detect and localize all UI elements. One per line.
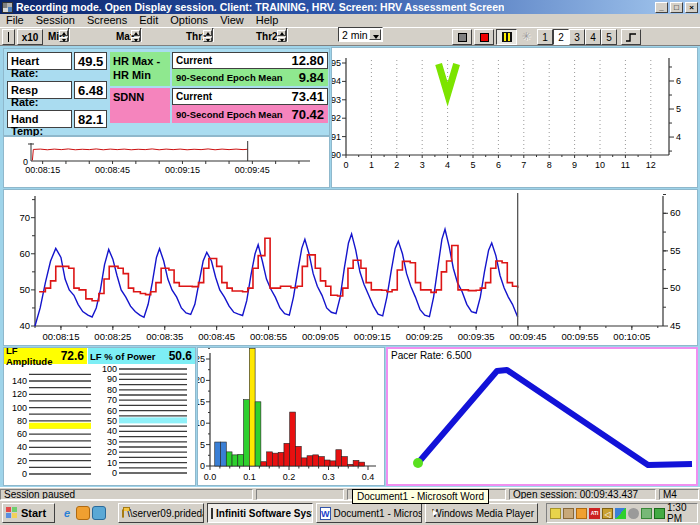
thr2-label: Thr2: [256, 29, 278, 45]
taskbar-button-server[interactable]: \\server09.pridedallas.c...: [118, 503, 204, 523]
interval-select[interactable]: 2 min: [338, 27, 383, 42]
window-title: Recording mode. Open Display session. Cl…: [16, 1, 504, 13]
svg-text:10: 10: [107, 458, 117, 468]
max-spin-down-icon[interactable]: [131, 37, 140, 43]
svg-text:5: 5: [676, 104, 681, 114]
svg-text:00:09:25: 00:09:25: [406, 331, 443, 342]
update-icon[interactable]: [641, 508, 652, 519]
cursor-line-icon: [8, 32, 9, 42]
network-icon[interactable]: [654, 508, 665, 519]
chevron-down-icon[interactable]: [369, 29, 381, 40]
pause-button[interactable]: [496, 29, 517, 45]
svg-text:80: 80: [17, 416, 27, 426]
screen-button-3[interactable]: 3: [569, 29, 585, 45]
svg-text:20: 20: [107, 447, 117, 457]
ati-icon[interactable]: ATI: [589, 508, 600, 519]
start-button[interactable]: Start: [2, 503, 55, 523]
svg-text:20: 20: [198, 375, 205, 385]
x10-button[interactable]: x10: [17, 29, 43, 45]
menu-session[interactable]: Session: [30, 14, 81, 27]
trend-chart: 405060704550556000:08:1500:08:2500:08:35…: [4, 190, 697, 345]
mail-icon[interactable]: [550, 508, 561, 519]
star-icon: ✳: [521, 30, 530, 42]
client-area: Heart Rate: 49.5 Resp Rate: 6.48 Hand Te…: [0, 46, 700, 487]
step-display-button[interactable]: [621, 29, 641, 45]
taskbar-button-word[interactable]: W Document1 - Microsoft ...: [316, 503, 422, 523]
title-bar: Recording mode. Open Display session. Cl…: [0, 0, 700, 14]
taskbar-button-wmp[interactable]: Windows Media Player: [425, 503, 538, 523]
svg-text:00:08:55: 00:08:55: [250, 331, 287, 342]
pacer-panel: Pacer Rate: 6.500: [386, 347, 698, 486]
thr1-spin-up-icon[interactable]: [203, 30, 212, 36]
interval-value: 2 min: [342, 29, 368, 41]
cd-icon[interactable]: [628, 508, 639, 519]
menu-help[interactable]: Help: [250, 14, 285, 27]
svg-text:2: 2: [394, 160, 399, 170]
menu-screens[interactable]: Screens: [81, 14, 133, 27]
clock-time: 1:30 PM: [667, 502, 694, 524]
maximize-button[interactable]: □: [670, 2, 683, 13]
step-waveform-icon: [625, 32, 637, 42]
spectrum-panel: 05101520250.00.10.20.30.4: [197, 347, 385, 486]
pause-icon: [502, 32, 512, 42]
security-icon[interactable]: [563, 508, 574, 519]
record-button[interactable]: [474, 29, 494, 45]
svg-text:93: 93: [332, 95, 341, 105]
quick-launch-icon-2[interactable]: [76, 506, 90, 520]
quick-launch-icon-3[interactable]: [92, 506, 106, 520]
taskbar-button-infiniti[interactable]: Infiniti Software Syst...: [207, 503, 313, 523]
min-spin-up-icon[interactable]: [59, 30, 68, 36]
svg-text:100: 100: [102, 364, 117, 374]
session-strip-panel: 000:08:1500:08:4500:09:1500:09:45: [3, 136, 330, 188]
sdnn-epoch-value: 70.42: [291, 107, 324, 122]
toolbar: x10 Min Max Thr1 Thr2 2 min ✳ 1 2 3 4 5: [0, 27, 700, 46]
max-spin-up-icon[interactable]: [131, 30, 140, 36]
svg-text:10: 10: [595, 160, 605, 170]
hand-temp-value: 82.1: [74, 110, 107, 128]
hr-range-label: HR Max - HR Min: [110, 52, 170, 86]
hr-range-epoch-value: 9.84: [299, 70, 324, 85]
svg-text:10: 10: [198, 418, 205, 428]
svg-text:30: 30: [107, 437, 117, 447]
svg-text:5: 5: [200, 440, 205, 450]
screen-button-4[interactable]: 4: [585, 29, 601, 45]
volume-icon[interactable]: ◁: [602, 508, 613, 519]
svg-text:00:09:15: 00:09:15: [165, 165, 200, 175]
display-icon[interactable]: [615, 508, 626, 519]
svg-text:20: 20: [17, 456, 27, 466]
hand-temp-label: Hand Temp:: [7, 110, 72, 128]
sdnn-current-row: Current 73.41: [172, 88, 328, 105]
internet-explorer-icon[interactable]: e: [60, 506, 74, 520]
svg-text:00:09:45: 00:09:45: [510, 331, 547, 342]
close-button[interactable]: ×: [685, 2, 698, 13]
min-input[interactable]: [68, 28, 70, 42]
thr2-spin-up-icon[interactable]: [277, 30, 286, 36]
vitals-panel: Heart Rate: 49.5 Resp Rate: 6.48 Hand Te…: [3, 48, 330, 136]
screen-button-2[interactable]: 2: [553, 29, 569, 45]
menu-options[interactable]: Options: [164, 14, 214, 27]
thr1-spin-down-icon[interactable]: [203, 37, 212, 43]
thr2-input[interactable]: [286, 28, 288, 42]
taskbar-button-infiniti-label: Infiniti Software Syst...: [216, 508, 313, 519]
menu-view[interactable]: View: [214, 14, 250, 27]
gray-square-icon: [458, 33, 467, 42]
menu-edit[interactable]: Edit: [133, 14, 164, 27]
screen-button-5[interactable]: 5: [601, 29, 617, 45]
pacer-rate-label: Pacer Rate: 6.500: [391, 350, 472, 361]
pacer-chart: [388, 349, 696, 484]
hr-range-epoch-label: 90-Second Epoch Mean: [176, 72, 283, 83]
svg-text:00:09:15: 00:09:15: [354, 331, 391, 342]
cursor-tool-button[interactable]: [2, 29, 15, 45]
svg-text:94: 94: [332, 76, 341, 86]
clock-icon[interactable]: [576, 508, 587, 519]
svg-text:00:08:25: 00:08:25: [94, 331, 131, 342]
screen-button-1[interactable]: 1: [537, 29, 553, 45]
thr1-input[interactable]: [212, 28, 214, 42]
start-label: Start: [21, 507, 46, 519]
min-spin-down-icon[interactable]: [59, 37, 68, 43]
max-input[interactable]: [140, 28, 142, 42]
minimize-button[interactable]: _: [655, 2, 668, 13]
menu-file[interactable]: File: [0, 14, 30, 27]
thr2-spin-down-icon[interactable]: [277, 37, 286, 43]
stop-button[interactable]: [452, 29, 472, 45]
